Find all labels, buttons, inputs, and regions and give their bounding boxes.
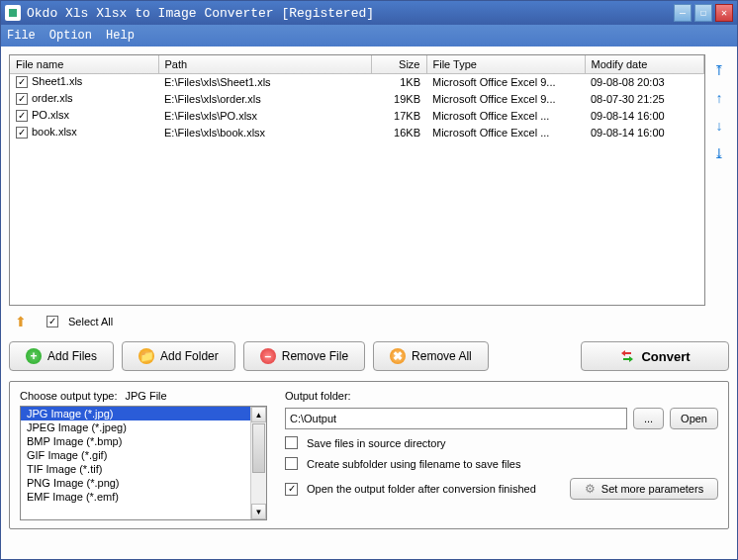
menu-option[interactable]: Option bbox=[49, 29, 92, 43]
menu-bar: File Option Help bbox=[1, 25, 737, 47]
file-list[interactable]: File name Path Size File Type Modify dat… bbox=[9, 54, 705, 306]
header-filetype[interactable]: File Type bbox=[426, 55, 585, 73]
list-item[interactable]: GIF Image (*.gif) bbox=[21, 448, 250, 462]
list-item[interactable]: BMP Image (*.bmp) bbox=[21, 434, 250, 448]
table-row[interactable]: Sheet1.xlsE:\Files\xls\Sheet1.xls1KBMicr… bbox=[10, 73, 704, 90]
create-subfolder-checkbox[interactable] bbox=[285, 457, 298, 470]
open-folder-button[interactable]: Open bbox=[670, 408, 718, 429]
row-filename: book.xlsx bbox=[32, 126, 77, 138]
output-folder-label: Output folder: bbox=[285, 390, 718, 402]
folder-icon: 📁 bbox=[138, 348, 154, 364]
move-up-button[interactable]: ↑ bbox=[711, 90, 727, 106]
header-size[interactable]: Size bbox=[371, 55, 426, 73]
row-filename: order.xls bbox=[32, 92, 73, 104]
table-row[interactable]: order.xlsE:\Files\xls\order.xls19KBMicro… bbox=[10, 90, 704, 107]
menu-help[interactable]: Help bbox=[106, 29, 135, 43]
scroll-up-button[interactable]: ▲ bbox=[251, 407, 266, 422]
row-date: 09-08-14 16:00 bbox=[585, 124, 704, 140]
list-item[interactable]: EMF Image (*.emf) bbox=[21, 490, 250, 504]
output-type-list[interactable]: JPG Image (*.jpg)JPEG Image (*.jpeg)BMP … bbox=[21, 407, 250, 519]
app-icon bbox=[5, 5, 21, 21]
row-size: 16KB bbox=[371, 124, 426, 140]
plus-icon: + bbox=[26, 348, 42, 364]
title-bar: Okdo Xls Xlsx to Image Converter [Regist… bbox=[1, 1, 737, 25]
row-filetype: Microsoft Office Excel 9... bbox=[426, 90, 585, 107]
save-in-source-checkbox[interactable] bbox=[285, 436, 298, 449]
output-type-value: JPG File bbox=[125, 390, 166, 402]
list-item[interactable]: JPG Image (*.jpg) bbox=[21, 407, 250, 420]
move-bottom-button[interactable]: ⤓ bbox=[711, 145, 727, 161]
browse-button[interactable]: ... bbox=[633, 408, 664, 429]
header-modifydate[interactable]: Modify date bbox=[585, 55, 704, 73]
menu-file[interactable]: File bbox=[7, 29, 36, 43]
row-path: E:\Files\xls\book.xlsx bbox=[158, 124, 371, 140]
row-filetype: Microsoft Office Excel 9... bbox=[426, 73, 585, 90]
window-title: Okdo Xls Xlsx to Image Converter [Regist… bbox=[27, 6, 674, 21]
select-all-label: Select All bbox=[68, 316, 113, 327]
convert-icon bbox=[619, 348, 635, 364]
row-path: E:\Files\xls\Sheet1.xls bbox=[158, 73, 371, 90]
row-filename: PO.xlsx bbox=[32, 109, 69, 121]
row-path: E:\Files\xls\order.xls bbox=[158, 90, 371, 107]
scroll-thumb[interactable] bbox=[252, 423, 265, 473]
move-down-button[interactable]: ↓ bbox=[711, 118, 727, 134]
row-checkbox[interactable] bbox=[16, 76, 28, 88]
row-size: 1KB bbox=[371, 73, 426, 90]
move-top-button[interactable]: ⤒ bbox=[711, 62, 727, 78]
list-item[interactable]: JPEG Image (*.jpeg) bbox=[21, 420, 250, 434]
row-checkbox[interactable] bbox=[16, 110, 28, 122]
list-item[interactable]: TIF Image (*.tif) bbox=[21, 462, 250, 476]
convert-button[interactable]: Convert bbox=[581, 341, 729, 371]
table-row[interactable]: book.xlsxE:\Files\xls\book.xlsx16KBMicro… bbox=[10, 124, 704, 140]
up-folder-icon[interactable]: ⬆ bbox=[15, 314, 27, 329]
remove-all-icon: ✖ bbox=[390, 348, 406, 364]
create-subfolder-label: Create subfolder using filename to save … bbox=[307, 458, 520, 470]
output-type-label: Choose output type: bbox=[20, 390, 117, 402]
row-date: 09-08-14 16:00 bbox=[585, 107, 704, 124]
header-filename[interactable]: File name bbox=[10, 55, 158, 73]
add-folder-button[interactable]: 📁 Add Folder bbox=[122, 341, 235, 371]
maximize-button[interactable]: ☐ bbox=[694, 4, 712, 22]
open-after-convert-label: Open the output folder after conversion … bbox=[307, 483, 536, 495]
close-button[interactable]: ✕ bbox=[715, 4, 733, 22]
table-row[interactable]: PO.xlsxE:\Files\xls\PO.xlsx17KBMicrosoft… bbox=[10, 107, 704, 124]
row-filename: Sheet1.xls bbox=[32, 75, 82, 87]
row-filetype: Microsoft Office Excel ... bbox=[426, 107, 585, 124]
header-path[interactable]: Path bbox=[158, 55, 371, 73]
remove-file-button[interactable]: – Remove File bbox=[243, 341, 365, 371]
row-checkbox[interactable] bbox=[16, 127, 28, 139]
minus-icon: – bbox=[260, 348, 276, 364]
select-all-checkbox[interactable] bbox=[46, 316, 58, 327]
remove-all-button[interactable]: ✖ Remove All bbox=[373, 341, 489, 371]
row-checkbox[interactable] bbox=[16, 93, 28, 105]
gear-icon: ⚙ bbox=[585, 482, 596, 496]
scroll-down-button[interactable]: ▼ bbox=[251, 504, 266, 519]
add-files-button[interactable]: + Add Files bbox=[9, 341, 114, 371]
save-in-source-label: Save files in source directory bbox=[307, 437, 446, 449]
listbox-scrollbar[interactable]: ▲ ▼ bbox=[250, 407, 266, 519]
output-folder-input[interactable] bbox=[285, 408, 627, 429]
row-filetype: Microsoft Office Excel ... bbox=[426, 124, 585, 140]
row-date: 09-08-08 20:03 bbox=[585, 73, 704, 90]
row-path: E:\Files\xls\PO.xlsx bbox=[158, 107, 371, 124]
more-parameters-button[interactable]: ⚙ Set more parameters bbox=[570, 478, 718, 500]
row-date: 08-07-30 21:25 bbox=[585, 90, 704, 107]
minimize-button[interactable]: — bbox=[674, 4, 692, 22]
open-after-convert-checkbox[interactable] bbox=[285, 483, 298, 496]
row-size: 19KB bbox=[371, 90, 426, 107]
list-item[interactable]: PNG Image (*.png) bbox=[21, 476, 250, 490]
row-size: 17KB bbox=[371, 107, 426, 124]
